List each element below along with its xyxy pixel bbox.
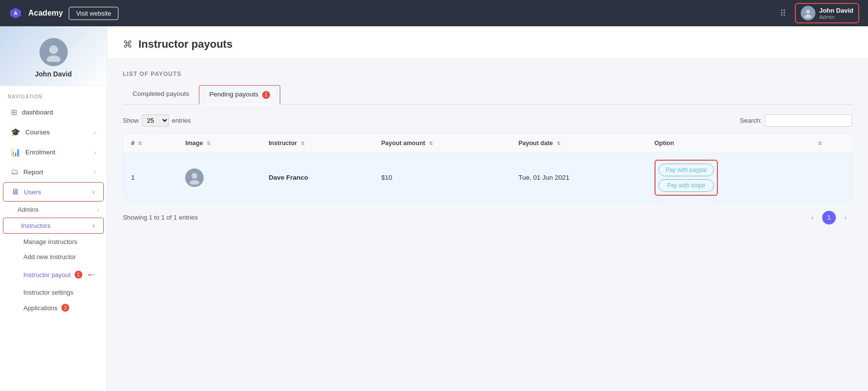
pagination-info: Showing 1 to 1 of 1 entries — [123, 214, 198, 221]
nav-right: ⠿ John David Admin — [780, 3, 859, 23]
manage-instructors-label: Manage instructors — [23, 238, 77, 245]
sort-icon[interactable]: ⇅ — [557, 141, 560, 146]
sidebar-item-users[interactable]: 🖥 Users ∨ — [3, 182, 104, 202]
search-control: Search: — [740, 114, 852, 127]
sidebar-profile: John David — [0, 26, 107, 86]
sidebar-item-instructor-payout[interactable]: Instructor payout 1 ← — [0, 264, 107, 285]
content-area: LIST OF PAYOUTS Completed payouts Pendin… — [107, 59, 868, 236]
nav-left: A Academy Visit website — [9, 6, 118, 20]
pay-with-paypal-button[interactable]: Pay with paypal — [658, 164, 714, 176]
payout-badge: 1 — [75, 271, 82, 279]
sidebar-item-label: dashboard — [22, 109, 53, 116]
sort-icon[interactable]: ⇅ — [138, 141, 142, 146]
chevron-right-icon: › — [97, 207, 99, 213]
sort-icon[interactable]: ⇅ — [301, 141, 305, 146]
pagination-controls: ‹ 1 › — [806, 211, 852, 224]
svg-point-2 — [806, 10, 810, 14]
sidebar-item-courses[interactable]: 🎓 Courses › — [3, 123, 104, 142]
main-content: ⌘ Instructor payouts LIST OF PAYOUTS Com… — [107, 26, 868, 391]
users-icon: 🖥 — [11, 187, 19, 196]
add-new-instructor-label: Add new instructor — [23, 253, 76, 261]
tab-completed-label: Completed payouts — [133, 90, 189, 97]
table-controls: Show 25 50 100 entries Search: — [123, 114, 852, 127]
academy-logo-icon: A — [9, 6, 22, 20]
admins-label: Admins — [18, 206, 39, 213]
sort-icon[interactable]: ⇅ — [207, 141, 211, 146]
chevron-down-icon: ∨ — [92, 189, 96, 195]
sidebar: John David NAVIGATION ⊞ dashboard 🎓 Cour… — [0, 26, 107, 391]
sidebar-item-instructors[interactable]: Instructors ∨ — [3, 218, 104, 234]
brand-name: Academy — [28, 9, 63, 18]
col-extra: ⇅ — [808, 134, 852, 153]
applications-label: Applications — [23, 304, 58, 312]
entries-control: Show 25 50 100 entries — [123, 114, 191, 127]
instructor-settings-label: Instructor settings — [23, 289, 74, 296]
col-payout-amount: Payout amount ⇅ — [373, 134, 511, 153]
courses-icon: 🎓 — [11, 128, 20, 137]
tab-pending-label: Pending payouts — [209, 91, 258, 98]
pay-with-stripe-button[interactable]: Pay with stripe — [658, 179, 714, 192]
table-header-row: # ⇅ Image ⇅ Instructor ⇅ — [123, 134, 852, 153]
sidebar-item-dashboard[interactable]: ⊞ dashboard — [3, 103, 104, 122]
top-navbar: A Academy Visit website ⠿ John David Adm… — [0, 0, 868, 26]
pagination-page-1[interactable]: 1 — [822, 211, 836, 224]
col-instructor: Instructor ⇅ — [261, 134, 373, 153]
pagination: Showing 1 to 1 of 1 entries ‹ 1 › — [123, 211, 852, 224]
sidebar-item-label: Users — [24, 188, 41, 196]
section-label: LIST OF PAYOUTS — [123, 71, 852, 77]
avatar — [39, 38, 68, 66]
table-row: 1 Dave Franco $10 Tue, 01 Jun 2021 — [123, 152, 852, 203]
user-name: John David — [819, 7, 853, 14]
tabs-container: Completed payouts Pending payouts 1 — [123, 85, 852, 105]
sort-icon[interactable]: ⇅ — [429, 141, 433, 146]
row-image — [177, 152, 261, 203]
payouts-table-element: # ⇅ Image ⇅ Instructor ⇅ — [123, 134, 852, 203]
chevron-right-icon: › — [94, 130, 96, 135]
row-num: 1 — [123, 152, 177, 203]
tab-completed-payouts[interactable]: Completed payouts — [123, 85, 199, 104]
svg-point-3 — [805, 15, 811, 18]
svg-point-5 — [47, 56, 60, 62]
arrow-annotation: ← — [86, 268, 97, 281]
pagination-next[interactable]: › — [839, 211, 852, 224]
chevron-down-icon: ∨ — [92, 223, 96, 229]
entries-select[interactable]: 25 50 100 — [142, 114, 169, 127]
col-payout-date: Payout date ⇅ — [511, 134, 647, 153]
sidebar-item-label: Report — [23, 168, 43, 176]
sidebar-item-manage-instructors[interactable]: Manage instructors — [0, 234, 107, 249]
sidebar-item-admins[interactable]: Admins › — [0, 202, 107, 217]
sidebar-item-enrolment[interactable]: 📊 Enrolment › — [3, 143, 104, 162]
sort-icon[interactable]: ⇅ — [818, 141, 822, 146]
svg-point-4 — [49, 45, 58, 54]
row-instructor: Dave Franco — [261, 152, 373, 203]
tab-pending-payouts[interactable]: Pending payouts 1 — [199, 85, 280, 105]
search-label: Search: — [740, 117, 762, 124]
sidebar-item-report[interactable]: 🗂 Report › — [3, 163, 104, 181]
nav-section-label: NAVIGATION — [0, 86, 107, 102]
grid-menu-icon[interactable]: ⠿ — [780, 8, 787, 19]
admins-section: Admins › — [0, 202, 107, 217]
applications-badge: 2 — [61, 304, 69, 312]
sidebar-item-label: Enrolment — [25, 149, 56, 156]
pagination-prev[interactable]: ‹ — [806, 211, 819, 224]
user-profile-badge[interactable]: John David Admin — [795, 3, 859, 23]
report-icon: 🗂 — [11, 168, 19, 176]
instructor-avatar — [185, 168, 204, 187]
sidebar-username: John David — [35, 70, 72, 78]
chevron-right-icon: › — [94, 149, 96, 155]
sidebar-item-applications[interactable]: Applications 2 — [0, 300, 107, 316]
search-input[interactable] — [765, 114, 852, 127]
col-image: Image ⇅ — [177, 134, 261, 153]
page-header-icon: ⌘ — [123, 38, 133, 50]
row-payout-amount: $10 — [373, 152, 511, 203]
col-num: # ⇅ — [123, 134, 177, 153]
page-header: ⌘ Instructor payouts — [107, 26, 868, 59]
svg-text:A: A — [14, 11, 17, 16]
action-cell-wrapper: Pay with paypal Pay with stripe — [655, 160, 718, 196]
col-option: Option — [647, 134, 808, 153]
page-title: Instructor payouts — [138, 38, 232, 51]
visit-website-button[interactable]: Visit website — [69, 7, 118, 20]
sidebar-item-add-new-instructor[interactable]: Add new instructor — [0, 249, 107, 264]
user-info: John David Admin — [819, 7, 853, 20]
sidebar-item-instructor-settings[interactable]: Instructor settings — [0, 285, 107, 300]
